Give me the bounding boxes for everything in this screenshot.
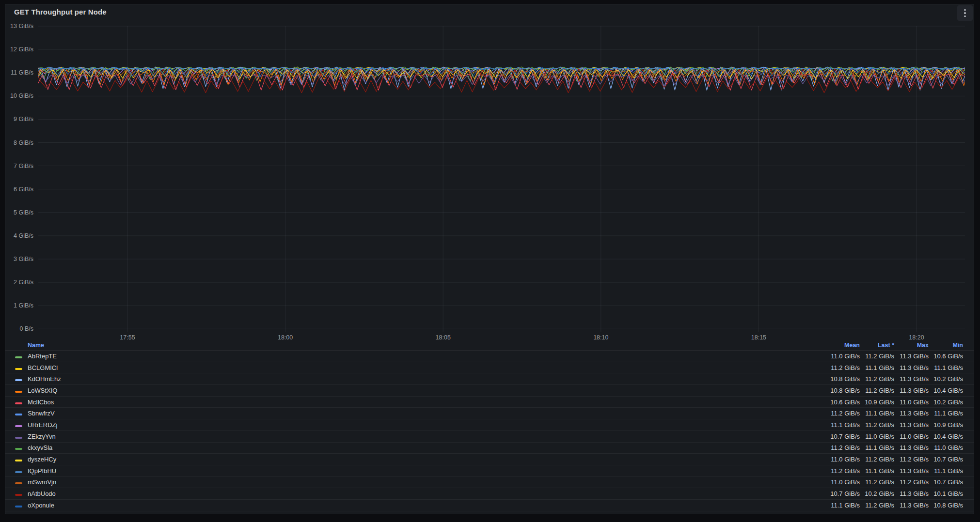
legend-row: dyszeHCy11.0 GiB/s11.2 GiB/s11.2 GiB/s10… bbox=[5, 454, 974, 465]
series-last: 11.2 GiB/s bbox=[860, 421, 894, 429]
series-swatch-cell bbox=[15, 467, 28, 475]
legend-header-last[interactable]: Last * bbox=[860, 342, 894, 349]
x-axis-labels: 17:5518:0018:0518:1018:1518:20 bbox=[120, 334, 924, 341]
series-mean: 10.6 GiB/s bbox=[825, 399, 860, 406]
series-name[interactable]: SbnwfrzV bbox=[28, 410, 825, 417]
y-tick-label: 2 GiB/s bbox=[14, 279, 33, 286]
series-swatch-cell bbox=[15, 490, 28, 497]
series-max: 11.3 GiB/s bbox=[894, 387, 929, 394]
series-name[interactable]: oXponuie bbox=[28, 502, 825, 509]
series-mean: 11.2 GiB/s bbox=[825, 467, 860, 475]
series-mean: 11.1 GiB/s bbox=[825, 421, 860, 429]
series-min: 10.4 GiB/s bbox=[929, 387, 963, 394]
x-tick-label: 17:55 bbox=[120, 334, 135, 341]
series-min: 10.7 GiB/s bbox=[929, 478, 963, 486]
series-min: 11.0 GiB/s bbox=[929, 444, 963, 451]
series-swatch-cell bbox=[15, 502, 28, 509]
series-last: 11.0 GiB/s bbox=[860, 433, 894, 440]
series-color-swatch[interactable] bbox=[15, 379, 22, 381]
legend-rows: AbRtepTE11.0 GiB/s11.2 GiB/s11.3 GiB/s10… bbox=[5, 351, 974, 511]
series-mean: 11.0 GiB/s bbox=[825, 478, 860, 486]
y-tick-label: 5 GiB/s bbox=[14, 209, 33, 216]
legend-row: AbRtepTE11.0 GiB/s11.2 GiB/s11.3 GiB/s10… bbox=[5, 351, 974, 362]
series-color-swatch[interactable] bbox=[15, 437, 22, 439]
y-axis-labels: 13 GiB/s12 GiB/s11 GiB/s10 GiB/s9 GiB/s8… bbox=[10, 23, 33, 332]
series-name[interactable]: dyszeHCy bbox=[28, 456, 825, 463]
series-name[interactable]: AbRtepTE bbox=[28, 353, 825, 360]
series-last: 11.2 GiB/s bbox=[860, 387, 894, 394]
series-min: 10.6 GiB/s bbox=[929, 353, 963, 360]
y-tick-label: 12 GiB/s bbox=[10, 46, 33, 53]
series-mean: 10.8 GiB/s bbox=[825, 387, 860, 394]
series-min: 10.7 GiB/s bbox=[929, 456, 963, 463]
series-mean: 10.7 GiB/s bbox=[825, 433, 860, 440]
series-name[interactable]: mSwroVjn bbox=[28, 478, 825, 486]
series-name[interactable]: fQpPfbHU bbox=[28, 467, 825, 475]
y-tick-label: 3 GiB/s bbox=[14, 256, 33, 262]
series-last: 11.2 GiB/s bbox=[860, 375, 894, 383]
series-color-swatch[interactable] bbox=[15, 471, 22, 473]
series-min: 10.9 GiB/s bbox=[929, 421, 963, 429]
series-name[interactable]: LoWStXIQ bbox=[28, 387, 825, 394]
x-tick-label: 18:05 bbox=[436, 334, 451, 341]
legend-header-mean[interactable]: Mean bbox=[825, 342, 860, 349]
series-color-swatch[interactable] bbox=[15, 460, 22, 461]
series-name[interactable]: URrERDZj bbox=[28, 421, 825, 429]
series-swatch-cell bbox=[15, 387, 28, 394]
series-max: 11.3 GiB/s bbox=[894, 410, 929, 417]
series-color-swatch[interactable] bbox=[15, 494, 22, 496]
series-max: 11.3 GiB/s bbox=[894, 353, 929, 360]
series-max: 11.0 GiB/s bbox=[894, 399, 929, 406]
legend-header-row: Name Mean Last * Max Min bbox=[5, 340, 974, 351]
legend-header-min[interactable]: Min bbox=[929, 342, 963, 349]
series-last: 11.1 GiB/s bbox=[860, 444, 894, 451]
series-last: 11.1 GiB/s bbox=[860, 364, 894, 371]
throughput-chart[interactable]: 13 GiB/s12 GiB/s11 GiB/s10 GiB/s9 GiB/s8… bbox=[5, 4, 975, 343]
series-min: 11.1 GiB/s bbox=[929, 364, 963, 371]
series-mean: 10.7 GiB/s bbox=[825, 490, 860, 497]
series-min: 10.1 GiB/s bbox=[929, 490, 963, 497]
series-name[interactable]: KdOHmEhz bbox=[28, 375, 825, 383]
x-tick-label: 18:00 bbox=[278, 334, 293, 341]
series-name[interactable]: McIlCbos bbox=[28, 399, 825, 406]
series-color-swatch[interactable] bbox=[15, 368, 22, 370]
series-last: 10.9 GiB/s bbox=[860, 399, 894, 406]
series-max: 11.3 GiB/s bbox=[894, 421, 929, 429]
series-color-swatch[interactable] bbox=[15, 425, 22, 427]
series-name[interactable]: ckxyvSla bbox=[28, 444, 825, 451]
legend-header-name[interactable]: Name bbox=[28, 342, 825, 349]
series-swatch-cell bbox=[15, 399, 28, 406]
grafana-panel: GET Throughput per Node 13 GiB/s12 GiB/s… bbox=[5, 4, 974, 514]
series-swatch-cell bbox=[15, 433, 28, 440]
series-color-swatch[interactable] bbox=[15, 448, 22, 450]
series-color-swatch[interactable] bbox=[15, 414, 22, 415]
series-color-swatch[interactable] bbox=[15, 356, 22, 358]
series-swatch-cell bbox=[15, 364, 28, 371]
series-name[interactable]: nAtbUodo bbox=[28, 490, 825, 497]
series-swatch-cell bbox=[15, 375, 28, 383]
series-mean: 11.2 GiB/s bbox=[825, 444, 860, 451]
series-last: 11.1 GiB/s bbox=[860, 467, 894, 475]
series-last: 11.2 GiB/s bbox=[860, 478, 894, 486]
series-color-swatch[interactable] bbox=[15, 402, 22, 404]
series-swatch-cell bbox=[15, 478, 28, 486]
series-color-swatch[interactable] bbox=[15, 482, 22, 484]
series-name[interactable]: BCLGMICl bbox=[28, 364, 825, 371]
y-tick-label: 11 GiB/s bbox=[11, 69, 33, 76]
legend-row: McIlCbos10.6 GiB/s10.9 GiB/s11.0 GiB/s10… bbox=[5, 397, 974, 408]
legend-row: SbnwfrzV11.2 GiB/s11.1 GiB/s11.3 GiB/s11… bbox=[5, 408, 974, 419]
legend-row: fQpPfbHU11.2 GiB/s11.1 GiB/s11.3 GiB/s11… bbox=[5, 465, 974, 477]
series-name[interactable]: ZEkzyYvn bbox=[28, 433, 825, 440]
x-tick-label: 18:15 bbox=[751, 334, 766, 341]
series-min: 10.2 GiB/s bbox=[929, 375, 963, 383]
legend-header-max[interactable]: Max bbox=[894, 342, 929, 349]
series-color-swatch[interactable] bbox=[15, 391, 22, 393]
series-last: 11.2 GiB/s bbox=[860, 353, 894, 360]
y-tick-label: 0 B/s bbox=[20, 325, 34, 332]
series-swatch-cell bbox=[15, 421, 28, 429]
series-mean: 11.2 GiB/s bbox=[825, 410, 860, 417]
series-last: 11.2 GiB/s bbox=[860, 502, 894, 509]
series-color-swatch[interactable] bbox=[15, 506, 22, 507]
legend-row: ZEkzyYvn10.7 GiB/s11.0 GiB/s11.0 GiB/s10… bbox=[5, 431, 974, 443]
series-max: 11.3 GiB/s bbox=[894, 502, 929, 509]
